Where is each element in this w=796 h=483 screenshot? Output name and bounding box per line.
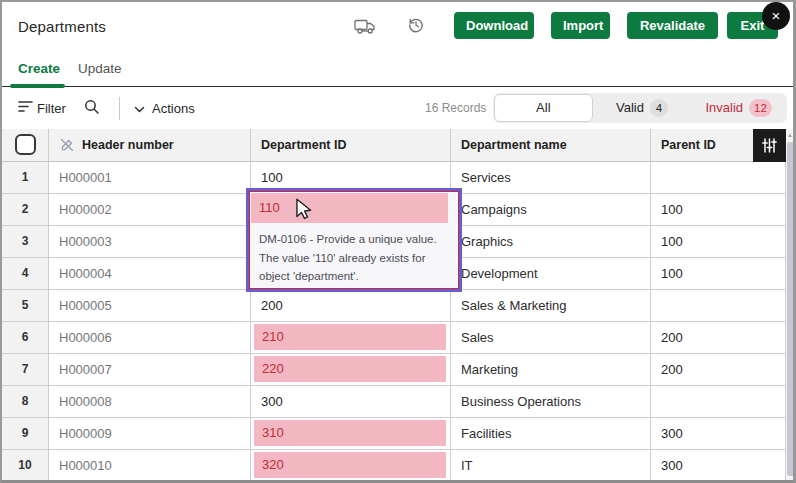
row-number: 8 (2, 386, 49, 417)
table-row[interactable]: 10 H000010 320 IT 300 (2, 450, 786, 482)
column-label: Header number (82, 138, 174, 152)
table-row[interactable]: 6 H000006 210 Sales 200 (2, 322, 786, 354)
valid-label: Valid (616, 100, 644, 115)
cell-header-number[interactable]: H000010 (49, 450, 251, 481)
scrollbar-thumb[interactable] (787, 142, 794, 476)
table-row[interactable]: 9 H000009 310 Facilities 300 (2, 418, 786, 450)
cell-department-id[interactable]: 220 (251, 354, 451, 385)
cell-parent-id[interactable]: 300 (651, 418, 786, 449)
toolbar: Filter Actions 16 Records All Valid (2, 88, 793, 129)
row-number: 10 (2, 450, 49, 481)
close-button[interactable]: × (762, 2, 790, 30)
column-settings-button[interactable] (753, 129, 786, 162)
toolbar-divider (119, 97, 120, 120)
row-number: 7 (2, 354, 49, 385)
history-button[interactable] (407, 16, 425, 34)
cell-department-name[interactable]: Sales (451, 322, 651, 353)
cell-header-number[interactable]: H000007 (49, 354, 251, 385)
cell-parent-id[interactable]: 200 (651, 354, 786, 385)
cell-header-number[interactable]: H000004 (49, 258, 251, 289)
invalid-value-highlight: 210 (254, 324, 446, 350)
cell-department-id[interactable]: 320 (251, 450, 451, 481)
download-button[interactable]: Download (454, 12, 534, 39)
cell-department-name[interactable]: IT (451, 450, 651, 481)
cell-parent-id[interactable]: 200 (651, 322, 786, 353)
close-icon: × (772, 7, 781, 24)
cell-department-name[interactable]: Campaigns (451, 194, 651, 225)
cell-parent-id[interactable] (651, 386, 786, 417)
cell-department-name[interactable]: Marketing (451, 354, 651, 385)
cell-department-name[interactable]: Graphics (451, 226, 651, 257)
column-label: Department ID (261, 138, 346, 152)
table-header-row: Header number Department ID Department n… (2, 129, 786, 162)
cell-header-number[interactable]: H000003 (49, 226, 251, 257)
column-header-department-name[interactable]: Department name (451, 129, 651, 161)
row-number: 6 (2, 322, 49, 353)
chevron-down-icon (134, 101, 145, 116)
filter-icon (18, 100, 33, 116)
import-button[interactable]: Import (551, 12, 610, 39)
search-icon (84, 99, 100, 118)
table-row[interactable]: 7 H000007 220 Marketing 200 (2, 354, 786, 386)
segment-valid[interactable]: Valid 4 (594, 93, 691, 123)
column-header-header-number[interactable]: Header number (49, 129, 251, 161)
error-tooltip: 110 DM-0106 - Provide a unique value. Th… (249, 191, 459, 289)
cell-department-name[interactable]: Facilities (451, 418, 651, 449)
tab-bar: Create Update (2, 54, 793, 87)
row-number: 9 (2, 418, 49, 449)
cell-parent-id[interactable]: 100 (651, 194, 786, 225)
column-label: Department name (461, 138, 567, 152)
cell-department-id[interactable]: 310 (251, 418, 451, 449)
tab-update[interactable]: Update (78, 61, 122, 76)
truck-icon (354, 23, 376, 38)
departments-window: Departments Download (0, 0, 796, 483)
invalid-cell-selection[interactable]: 110 DM-0106 - Provide a unique value. Th… (246, 188, 462, 292)
cell-header-number[interactable]: H000009 (49, 418, 251, 449)
selected-cell-value[interactable]: 110 (251, 193, 448, 223)
cell-department-name[interactable]: Development (451, 258, 651, 289)
page-title: Departments (18, 18, 106, 35)
cell-parent-id[interactable] (651, 162, 786, 193)
invalid-value-highlight: 320 (254, 452, 446, 478)
cell-parent-id[interactable] (651, 290, 786, 321)
cell-header-number[interactable]: H000001 (49, 162, 251, 193)
column-header-department-id[interactable]: Department ID (251, 129, 451, 161)
invalid-value-highlight: 220 (254, 356, 446, 382)
history-icon (407, 22, 425, 37)
cell-department-id[interactable]: 200 (251, 290, 451, 321)
filter-button[interactable] (18, 88, 33, 129)
cell-parent-id[interactable]: 100 (651, 226, 786, 257)
migration-vehicle-button[interactable] (354, 18, 376, 35)
segment-all[interactable]: All (494, 94, 593, 122)
no-edit-icon (59, 137, 75, 153)
actions-label[interactable]: Actions (152, 88, 195, 129)
cell-department-name[interactable]: Services (451, 162, 651, 193)
revalidate-button[interactable]: Revalidate (627, 12, 718, 39)
filter-label[interactable]: Filter (37, 88, 66, 129)
cell-parent-id[interactable]: 100 (651, 258, 786, 289)
error-tooltip-message: DM-0106 - Provide a unique value. The va… (250, 223, 458, 286)
table-row[interactable]: 5 H000005 200 Sales & Marketing (2, 290, 786, 322)
departments-table: Header number Department ID Department n… (2, 129, 794, 482)
cell-department-id[interactable]: 300 (251, 386, 451, 417)
segment-invalid[interactable]: Invalid 12 (690, 93, 787, 123)
vertical-scrollbar[interactable]: ▲ (786, 129, 794, 481)
row-number: 4 (2, 258, 49, 289)
tab-create[interactable]: Create (18, 61, 60, 76)
actions-dropdown-chevron[interactable] (134, 88, 145, 129)
cell-header-number[interactable]: H000005 (49, 290, 251, 321)
cell-header-number[interactable]: H000006 (49, 322, 251, 353)
cell-header-number[interactable]: H000008 (49, 386, 251, 417)
table-row[interactable]: 8 H000008 300 Business Operations (2, 386, 786, 418)
row-number: 3 (2, 226, 49, 257)
row-number: 1 (2, 162, 49, 193)
cell-department-id[interactable]: 210 (251, 322, 451, 353)
cell-department-name[interactable]: Business Operations (451, 386, 651, 417)
scroll-up-icon[interactable]: ▲ (786, 129, 794, 138)
title-bar: Departments Download (2, 2, 793, 54)
select-all-checkbox[interactable] (15, 134, 36, 155)
cell-department-name[interactable]: Sales & Marketing (451, 290, 651, 321)
cell-header-number[interactable]: H000002 (49, 194, 251, 225)
search-button[interactable] (84, 88, 100, 129)
cell-parent-id[interactable]: 300 (651, 450, 786, 481)
